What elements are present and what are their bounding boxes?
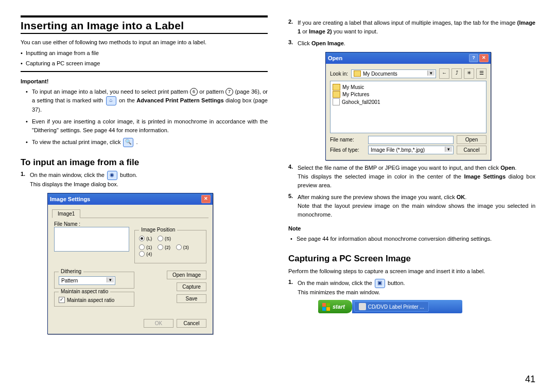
file-list[interactable]: My Music My Pictures Gshock_fall2001 bbox=[330, 81, 486, 133]
filename-label: File name: bbox=[330, 137, 365, 142]
help-icon[interactable]: ? bbox=[469, 54, 478, 62]
radio-pos[interactable]: (1) bbox=[139, 244, 152, 250]
capture-button-icon: ▣ bbox=[375, 279, 385, 288]
circled-6-icon: 6 bbox=[190, 88, 198, 96]
filetype-select[interactable]: Image File (*.bmp,*.jpg) bbox=[368, 146, 454, 154]
step-1b: 1. On the main window, click the ▣ butto… bbox=[288, 279, 535, 297]
filename-input[interactable] bbox=[368, 136, 454, 144]
circled-7-icon: 7 bbox=[225, 88, 233, 96]
note-item: See page 44 for information about monoch… bbox=[290, 235, 535, 243]
capture-intro: Perform the following steps to capture a… bbox=[288, 267, 535, 276]
filetype-label: Files of type: bbox=[330, 147, 365, 153]
lookin-label: Look in: bbox=[330, 71, 348, 77]
page-number: 41 bbox=[525, 374, 535, 385]
open-dialog: Open ? ✕ Look in: My Documents ← ⤴ ✳ ☰ bbox=[325, 52, 491, 161]
step-number: 1. bbox=[288, 279, 296, 297]
subheading-input-file: To input an image from a file bbox=[21, 157, 268, 168]
subheading-capture: Capturing a PC Screen Image bbox=[288, 254, 535, 264]
start-button[interactable]: start bbox=[318, 300, 352, 313]
important-item: Even if you are inserting a color image,… bbox=[26, 117, 268, 135]
radio-pos[interactable]: (L) bbox=[139, 236, 152, 241]
lookin-select[interactable]: My Documents bbox=[351, 69, 436, 78]
step-number: 2. bbox=[288, 19, 296, 36]
cancel-button[interactable]: Cancel bbox=[457, 146, 486, 154]
taskbar: start CD/DVD Label Printer ... bbox=[318, 300, 462, 313]
intro-text: You can use either of following two meth… bbox=[21, 38, 268, 47]
back-icon[interactable]: ← bbox=[439, 68, 449, 79]
note-label: Note bbox=[288, 225, 535, 231]
list-item[interactable]: My Music bbox=[333, 84, 484, 91]
app-icon bbox=[359, 303, 366, 310]
list-item[interactable]: Gshock_fall2001 bbox=[333, 98, 484, 105]
camera-icon: ⌂ bbox=[106, 96, 116, 105]
camera-button-icon: ◉ bbox=[107, 171, 117, 180]
step-number: 1. bbox=[21, 171, 28, 189]
views-icon[interactable]: ☰ bbox=[476, 68, 486, 79]
cancel-button[interactable]: Cancel bbox=[177, 319, 206, 328]
save-button[interactable]: Save bbox=[177, 294, 206, 303]
radio-pos[interactable]: (3) bbox=[176, 244, 189, 250]
step-number: 5. bbox=[288, 193, 296, 219]
important-item: To input an image into a label, you need… bbox=[26, 87, 268, 114]
tab-image1[interactable]: Image1 bbox=[52, 209, 80, 218]
step-number: 3. bbox=[288, 39, 296, 48]
open-dialog-title: Open bbox=[328, 55, 342, 61]
aspect-legend: Maintain aspect ratio bbox=[59, 289, 110, 294]
dialog-title: Image Settings bbox=[50, 196, 90, 202]
important-item: To view the actual print image, click 🔍 … bbox=[26, 138, 268, 147]
step-4: 4. Select the file name of the BMP or JP… bbox=[288, 164, 535, 190]
file-name-preview[interactable] bbox=[54, 227, 129, 252]
image-settings-dialog: Image Settings ✕ Image1 File Name : Imag… bbox=[47, 193, 213, 334]
method-item: Capturing a PC screen image bbox=[21, 59, 268, 68]
magnifier-icon: 🔍 bbox=[123, 138, 133, 147]
important-label: Important! bbox=[21, 78, 268, 84]
ok-button[interactable]: OK bbox=[144, 319, 173, 328]
method-item: Inputting an image from a file bbox=[21, 49, 268, 58]
file-icon bbox=[333, 98, 340, 105]
step-2: 2. If you are creating a label that allo… bbox=[288, 19, 535, 36]
list-item[interactable]: My Pictures bbox=[333, 91, 484, 98]
windows-logo-icon bbox=[322, 303, 330, 311]
page-heading-left: Inserting an Image into a Label bbox=[21, 15, 268, 34]
step-1: 1. On the main window, click the ◉ butto… bbox=[21, 171, 268, 189]
step-5: 5. After making sure the preview shows t… bbox=[288, 193, 535, 219]
dithering-select[interactable]: Pattern bbox=[59, 276, 115, 285]
up-icon[interactable]: ⤴ bbox=[451, 68, 462, 79]
radio-pos[interactable]: (4) bbox=[139, 251, 152, 257]
aspect-checkbox[interactable]: ✓Maintain aspect ratio bbox=[59, 297, 114, 303]
image-position-legend: Image Position bbox=[139, 227, 177, 233]
folder-icon bbox=[333, 91, 340, 98]
capture-button[interactable]: Capture bbox=[177, 282, 206, 291]
close-icon[interactable]: ✕ bbox=[479, 54, 489, 62]
open-button[interactable]: Open bbox=[457, 135, 486, 144]
open-image-button[interactable]: Open Image bbox=[167, 271, 206, 279]
dithering-legend: Dithering bbox=[59, 269, 83, 274]
radio-pos[interactable]: (2) bbox=[158, 244, 170, 250]
taskbar-app-button[interactable]: CD/DVD Label Printer ... bbox=[354, 301, 429, 312]
divider bbox=[21, 71, 268, 72]
file-name-label: File Name : bbox=[54, 221, 206, 227]
folder-icon bbox=[333, 84, 340, 91]
radio-pos[interactable]: (S) bbox=[158, 236, 171, 241]
step-3: 3. Click Open Image. bbox=[288, 39, 535, 48]
step-number: 4. bbox=[288, 164, 296, 190]
close-icon[interactable]: ✕ bbox=[201, 195, 211, 203]
new-folder-icon[interactable]: ✳ bbox=[464, 68, 474, 79]
